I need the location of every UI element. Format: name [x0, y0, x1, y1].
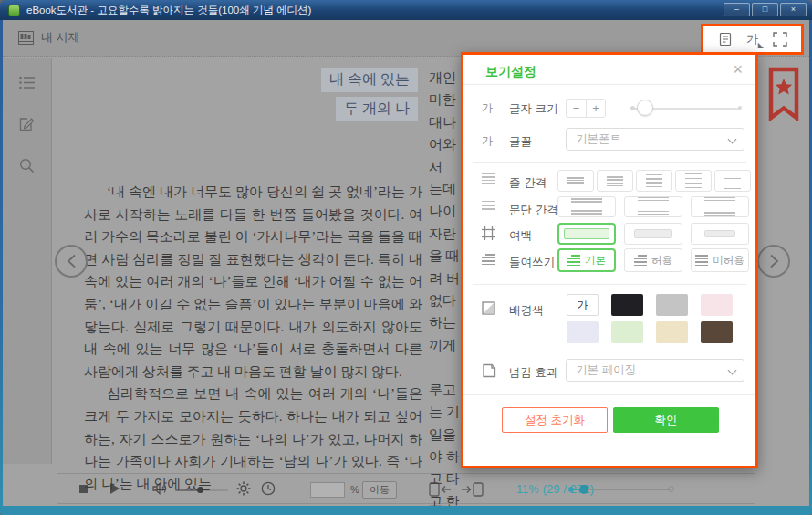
chevron-down-icon: [728, 367, 735, 374]
progress-start-dot: [568, 487, 574, 492]
paragraph-spacing-option-2[interactable]: [624, 196, 682, 217]
panel-title: 보기설정: [485, 64, 536, 80]
line-spacing-option-2[interactable]: [597, 170, 633, 192]
progress-end-dot: [668, 486, 674, 492]
font-size-decrease-button[interactable]: −: [566, 99, 586, 118]
bg-swatch-gray[interactable]: [656, 294, 688, 316]
reset-settings-button[interactable]: 설정 초기화: [502, 407, 608, 433]
app-window: eBook도서관 - 고요할수록 밝아지는 것들(100쇄 기념 에디션) – …: [0, 0, 812, 515]
confirm-button[interactable]: 확인: [613, 407, 719, 433]
next-page-button[interactable]: [757, 245, 790, 278]
view-tools-highlight: 가◣: [701, 24, 804, 55]
chapter-title-line1: 내 속에 있는: [321, 68, 418, 92]
font-family-label: 글꼴: [509, 134, 532, 150]
paragraph-spacing-icon: [482, 201, 495, 212]
line-spacing-option-4[interactable]: [675, 170, 712, 192]
font-family-icon: 가: [482, 133, 493, 149]
margin-option-2[interactable]: [624, 223, 682, 245]
margin-option-1[interactable]: [557, 223, 616, 245]
window-title: eBook도서관 - 고요할수록 밝아지는 것들(100쇄 기념 에디션): [26, 4, 311, 17]
titlebar: eBook도서관 - 고요할수록 밝아지는 것들(100쇄 기념 에디션) – …: [0, 0, 812, 20]
indent-option-default[interactable]: 기본: [557, 248, 616, 272]
bookshelf-icon: [18, 31, 34, 45]
progress-slider[interactable]: [571, 489, 671, 490]
font-size-icon: 가: [482, 100, 493, 116]
indent-option-allow[interactable]: 허용: [624, 248, 682, 272]
font-size-increase-button[interactable]: +: [586, 99, 606, 118]
slider-max-dot: [738, 106, 742, 110]
fullscreen-icon[interactable]: [773, 32, 787, 47]
panel-close-icon[interactable]: ×: [733, 60, 743, 79]
book-text: ‘내 속엔 내가 너무도 많아 당신의 쉴 곳 없네’라는 가사로 시작하는 노…: [84, 181, 422, 495]
background-color-label: 배경색: [509, 303, 544, 319]
memo-icon[interactable]: [19, 116, 35, 131]
top-toolbar: 내 서재: [3, 20, 809, 57]
paragraph-spacing-option-1[interactable]: [557, 196, 616, 217]
app-icon: [8, 5, 20, 16]
divider: [463, 84, 755, 85]
font-settings-icon[interactable]: 가◣: [746, 31, 758, 47]
font-size-slider-knob[interactable]: [637, 100, 653, 116]
bg-swatch-pink[interactable]: [701, 294, 733, 316]
margin-option-3[interactable]: [691, 223, 749, 245]
indent-label: 들여쓰기: [509, 255, 555, 270]
content-frame: 내 서재 가◣: [3, 20, 809, 506]
line-spacing-label: 줄 간격: [509, 175, 547, 191]
bg-swatch-black[interactable]: [611, 294, 643, 316]
chevron-right-icon: [769, 254, 779, 268]
bg-swatch-white[interactable]: 가: [567, 294, 599, 316]
paragraph-spacing-label: 문단 간격: [509, 203, 557, 218]
page-effect-value: 기본 페이징: [576, 363, 636, 378]
margin-icon: [482, 226, 495, 240]
paragraph-spacing-option-3[interactable]: [691, 196, 749, 217]
bg-swatch-beige[interactable]: [656, 321, 688, 343]
maximize-button[interactable]: □: [752, 3, 778, 16]
line-spacing-option-5[interactable]: [714, 170, 751, 192]
slider-min-dot: [630, 106, 635, 110]
minimize-button[interactable]: –: [724, 3, 750, 16]
cursor-glyph: ◣: [758, 41, 764, 49]
indent-option-disallow[interactable]: 미허용: [691, 248, 749, 272]
font-size-slider[interactable]: [633, 108, 740, 110]
font-family-dropdown[interactable]: 기본폰트: [566, 128, 744, 151]
toc-icon[interactable]: [19, 76, 36, 89]
progress-knob[interactable]: [579, 485, 588, 494]
font-size-stepper: − +: [566, 99, 606, 118]
search-icon[interactable]: [19, 158, 35, 173]
close-button[interactable]: ×: [780, 3, 807, 16]
page-effect-label: 넘김 효과: [509, 365, 557, 381]
chapter-title: 내 속에 있는 두 개의 나: [321, 68, 418, 121]
chevron-down-icon: [728, 136, 735, 143]
prev-page-button[interactable]: [55, 245, 88, 278]
chapter-title-line2: 두 개의 나: [336, 97, 418, 121]
line-spacing-option-1[interactable]: [557, 170, 594, 192]
my-library-button[interactable]: 내 서재: [18, 29, 80, 46]
font-size-label: 글자 크기: [509, 101, 557, 117]
font-family-value: 기본폰트: [576, 131, 621, 147]
line-spacing-option-3[interactable]: [636, 170, 672, 192]
background-color-icon: [482, 301, 495, 315]
divider: [473, 162, 746, 163]
bg-swatch-brown[interactable]: [701, 321, 733, 343]
viewer-settings-icon[interactable]: [718, 32, 733, 47]
left-sidebar: [3, 58, 52, 464]
indent-icon: [482, 254, 495, 265]
chevron-left-icon: [67, 254, 77, 268]
bookmark-icon[interactable]: [766, 67, 801, 121]
bg-swatch-lavender[interactable]: [567, 321, 599, 343]
page-effect-icon: [482, 363, 496, 378]
page-effect-dropdown[interactable]: 기본 페이징: [566, 359, 744, 382]
line-spacing-icon: [482, 173, 495, 184]
divider: [463, 394, 755, 395]
divider: [473, 284, 746, 285]
margin-label: 여백: [509, 228, 532, 244]
view-settings-panel: 보기설정 × 가 글자 크기 − + 가 글꼴 기본폰트: [461, 52, 758, 468]
bg-swatch-green[interactable]: [611, 321, 643, 343]
my-library-label: 내 서재: [41, 29, 80, 46]
